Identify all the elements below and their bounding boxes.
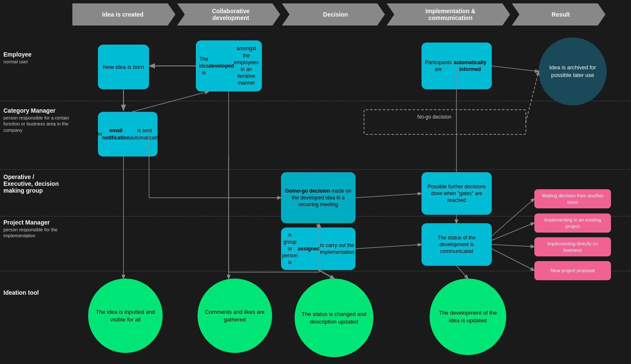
box-go-nogo: Go/no-go decision made on the developed … — [281, 172, 356, 223]
circle-archived: Idea is archived for possible later use — [539, 37, 607, 105]
header-arrow-3: Decision — [282, 3, 385, 26]
svg-line-12 — [492, 199, 534, 236]
box-assigned: A group or person is assigned to carry o… — [281, 228, 356, 270]
circle-status-changed: The status is changed and description up… — [295, 279, 373, 357]
header-arrow-5: Result — [512, 3, 605, 26]
row-label-ideation-tool: Ideation tool — [3, 289, 69, 296]
svg-line-13 — [492, 223, 534, 240]
row-label-employee: Employee normal user — [3, 51, 69, 65]
box-developed: The idea is developed amongst the employ… — [196, 40, 262, 91]
svg-line-16 — [492, 66, 539, 71]
box-participants: Participants are automatically informed — [422, 43, 492, 89]
svg-line-15 — [492, 249, 534, 270]
svg-line-10 — [356, 245, 422, 249]
divider-2 — [0, 169, 631, 170]
header-arrow-1: Idea is created — [72, 3, 175, 26]
diagram-container: { "header": { "arrows": [ {"label": "Ide… — [0, 0, 631, 364]
divider-1 — [0, 101, 631, 101]
svg-line-2 — [132, 91, 209, 112]
box-email-notif: An email notification is sent automatica… — [98, 112, 158, 156]
no-go-label: No-go decision — [417, 114, 451, 120]
row-label-project-manager: Project Manager person responsible for t… — [3, 219, 69, 239]
svg-rect-17 — [364, 110, 526, 134]
pink-box-new-project: New project proposal — [534, 261, 611, 280]
header-arrow-4: Implementation &communication — [387, 3, 510, 26]
row-label-operative: Operative /Executive, decisionmaking gro… — [3, 173, 69, 194]
box-status-communicated: The status of the development is communi… — [422, 223, 492, 266]
svg-line-24 — [318, 270, 334, 279]
row-label-category-manager: Category Manager person responsible for … — [3, 107, 69, 133]
header-row: Idea is created Collaborativedevelopment… — [72, 3, 622, 26]
pink-box-existing: Implementing in an existing project — [534, 213, 611, 233]
svg-line-9 — [356, 193, 422, 198]
pink-box-directly: Implementing directly on business — [534, 237, 611, 256]
pink-box-waiting: Waiting decision from another issue — [534, 189, 611, 208]
svg-line-22 — [319, 270, 334, 279]
circle-idea-inputted: The idea is inputted and visible for all — [88, 279, 163, 353]
circle-comments: Comments and likes are gathered — [198, 279, 272, 353]
header-arrow-2: Collaborativedevelopment — [177, 3, 280, 26]
svg-line-18 — [526, 71, 539, 122]
box-new-idea: New idea is born — [98, 45, 149, 89]
svg-line-14 — [492, 245, 534, 247]
svg-line-23 — [456, 266, 468, 279]
box-further-decisions: Possible further decisions done when "ga… — [422, 172, 492, 215]
circle-dev-updated: The development of the idea is updated — [430, 279, 506, 355]
